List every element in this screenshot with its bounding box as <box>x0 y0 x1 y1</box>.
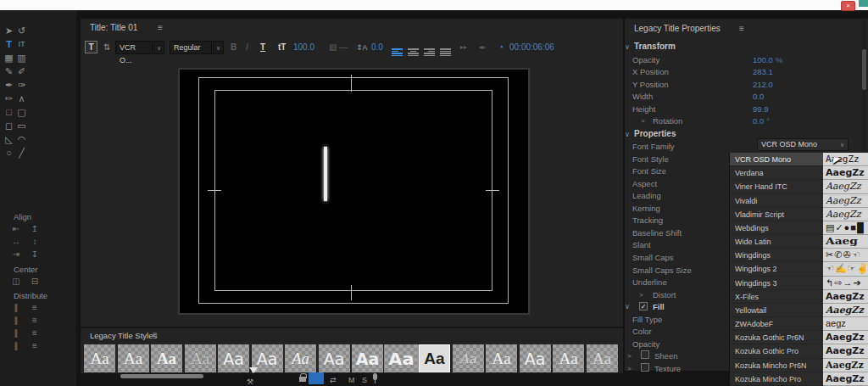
align-right-button[interactable] <box>424 41 435 54</box>
rotation-value[interactable]: 0.0° <box>753 115 770 126</box>
align-horizontal-right-icon[interactable]: ⇥ <box>7 248 25 260</box>
rotation-number[interactable]: 0.0 <box>753 116 764 126</box>
tab-stops-icon[interactable]: ▸▸ <box>460 41 467 54</box>
center-horizontal-icon[interactable]: ◫ <box>7 275 25 288</box>
mute-button[interactable]: M <box>348 376 355 384</box>
distribute-horizontal-left-icon[interactable]: ∥ <box>7 301 25 314</box>
height-value[interactable]: 99.9 <box>753 103 769 115</box>
type-tool[interactable]: T <box>3 37 15 51</box>
selection-tool[interactable]: ➤ <box>3 24 15 37</box>
font-option-name[interactable]: Wide Latin <box>730 235 823 249</box>
x-position-value[interactable]: 283.1 <box>753 66 773 77</box>
font-option-name[interactable]: Wingdings <box>730 249 823 262</box>
sheen-chevron-icon[interactable]: > <box>627 352 632 360</box>
ellipse-tool[interactable]: ○ <box>3 146 15 159</box>
text-orientation-icon[interactable]: ⇅ <box>103 41 110 54</box>
font-option-row[interactable]: YellowtailAaegZz <box>730 304 868 317</box>
rectangle-tool[interactable]: □ <box>3 105 15 119</box>
font-option-row[interactable]: VerdanaAaegZz <box>730 166 868 180</box>
font-family-combo[interactable]: VCR OSD Mono ∨ <box>757 138 849 151</box>
path-type-tool[interactable]: ✎ <box>3 64 15 78</box>
wrench-icon[interactable]: ⚒ <box>247 378 253 386</box>
transform-section-label[interactable]: Transform <box>634 42 676 51</box>
font-option-name[interactable]: X-Files <box>730 290 823 304</box>
font-option-row[interactable]: Webdings▤✓●■█ <box>730 221 868 235</box>
width-value[interactable]: 0.0 <box>753 91 764 102</box>
font-option-row[interactable]: Kozuka Mincho Pr6NAaegZz <box>730 359 868 372</box>
track-lock-icon[interactable] <box>299 377 306 382</box>
opacity-number[interactable]: 100.0 <box>753 55 773 64</box>
font-option-name[interactable]: ZWAdobeF <box>730 317 823 331</box>
style-swatch[interactable]: Aa <box>118 344 149 372</box>
font-option-row[interactable]: VCR OSD MonoAaegZz <box>730 153 868 166</box>
style-swatch[interactable]: Aa <box>520 344 551 372</box>
font-option-row[interactable]: Wingdings 3↰⇨→➔ <box>730 277 868 290</box>
line-tool[interactable]: ╱ <box>15 146 28 159</box>
rotation-tool[interactable]: ↺ <box>15 24 28 37</box>
opacity-value[interactable]: 100.0% <box>753 54 782 65</box>
align-vertical-bottom-icon[interactable]: ↧ <box>25 248 44 260</box>
style-swatch[interactable]: Aa <box>319 344 350 372</box>
font-option-row[interactable]: Vladimir ScriptAaegZz <box>730 208 868 221</box>
wedge-tool[interactable]: ◺ <box>3 132 15 146</box>
distribute-horizontal-center-icon[interactable]: ∥ <box>7 314 25 327</box>
font-option-row[interactable]: Wingdings 2☜✍☞✌ <box>730 262 868 276</box>
rounded-rect-tool[interactable]: ▢ <box>15 105 28 119</box>
font-family-caret-icon[interactable]: ∨ <box>153 41 164 54</box>
font-option-name[interactable]: Verdana <box>730 166 823 180</box>
align-left-button[interactable] <box>392 41 403 54</box>
style-swatch[interactable]: Aa <box>384 344 419 372</box>
font-option-name[interactable]: Kozuka Gothic Pr6N <box>730 331 823 344</box>
italic-button[interactable]: I <box>246 41 248 54</box>
round-rect-tool[interactable]: ▭ <box>15 119 28 132</box>
font-option-name[interactable]: Kozuka Mincho Pr6N <box>730 359 823 372</box>
delete-anchor-tool[interactable]: ✑ <box>15 78 28 92</box>
style-swatch[interactable]: Aa <box>352 344 383 372</box>
pen-tool[interactable]: ✒ <box>3 78 15 92</box>
fill-chevron-icon[interactable]: ∨ <box>625 303 630 310</box>
vertical-type-tool[interactable]: IT <box>15 37 28 51</box>
vertical-area-type-tool[interactable]: ▥ <box>15 51 28 64</box>
vertical-path-type-tool[interactable]: ✐ <box>15 64 28 78</box>
font-family-dropdown[interactable]: VCR O... <box>115 41 153 54</box>
title-canvas[interactable] <box>178 68 530 315</box>
font-option-name[interactable]: Kozuka Gothic Pro <box>730 344 823 358</box>
style-swatch[interactable]: Aa <box>553 344 584 372</box>
align-horizontal-left-icon[interactable]: ⇤ <box>7 222 25 235</box>
font-option-name[interactable]: VCR OSD Mono <box>730 153 823 166</box>
style-swatch[interactable]: Aa <box>84 344 115 372</box>
title-tool-toggle[interactable]: T <box>85 41 97 53</box>
font-option-row[interactable]: VivaldiAaegZz <box>730 194 868 208</box>
font-option-name[interactable]: Viner Hand ITC <box>730 180 823 193</box>
properties-scrollbar-thumb[interactable] <box>862 49 866 90</box>
font-option-row[interactable]: Wide LatinAaeg <box>730 235 868 249</box>
convert-anchor-tool[interactable]: ∧ <box>15 92 28 105</box>
sheen-checkbox[interactable] <box>641 350 649 359</box>
font-option-name[interactable]: Vladimir Script <box>730 208 823 221</box>
styles-panel-menu-icon[interactable]: ≡ <box>153 330 158 339</box>
align-horizontal-center-icon[interactable]: ↔ <box>7 235 25 248</box>
voiceover-mic-icon[interactable] <box>373 373 377 380</box>
style-swatch[interactable]: Aa <box>151 344 182 372</box>
distort-chevron-icon[interactable]: > <box>639 291 643 299</box>
distribute-vertical-center-icon[interactable]: ≡ <box>25 314 44 327</box>
align-vertical-top-icon[interactable]: ↥ <box>25 222 44 235</box>
properties-section-label[interactable]: Properties <box>634 129 676 138</box>
font-option-name[interactable]: Yellowtail <box>730 304 823 317</box>
font-option-row[interactable]: X-FilesAaegZz <box>730 290 868 304</box>
timecode-value[interactable]: 00:00:06:06 <box>509 41 554 54</box>
style-swatch[interactable]: Aa <box>587 344 618 372</box>
style-swatch-selected[interactable]: Aa <box>419 344 450 372</box>
align-center-button[interactable] <box>408 41 419 54</box>
style-swatch[interactable]: Aa <box>185 344 216 372</box>
font-option-row[interactable]: Kozuka Gothic ProAaegZz <box>730 344 868 358</box>
distribute-vertical-top-icon[interactable]: ≡ <box>25 301 44 314</box>
source-patch-button[interactable] <box>309 372 324 384</box>
font-option-row[interactable]: Kozuka Gothic Pr6NAaegZz <box>730 331 868 344</box>
font-style-dropdown[interactable]: Regular <box>170 41 212 54</box>
center-vertical-icon[interactable]: ⊟ <box>25 275 44 288</box>
style-swatch[interactable]: Aa <box>218 344 249 372</box>
properties-chevron-icon[interactable]: ∨ <box>625 131 630 138</box>
leading-value[interactable]: 0.0 <box>371 41 383 54</box>
font-option-name[interactable]: Webdings <box>730 221 823 235</box>
